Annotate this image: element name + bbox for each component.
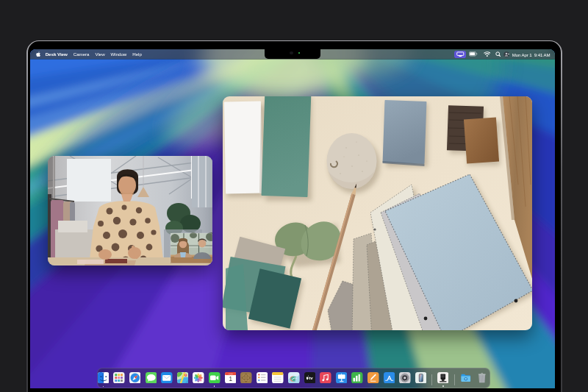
svg-text:tv: tv: [309, 376, 313, 380]
svg-text:1: 1: [229, 376, 232, 382]
svg-text:MON: MON: [228, 373, 232, 375]
